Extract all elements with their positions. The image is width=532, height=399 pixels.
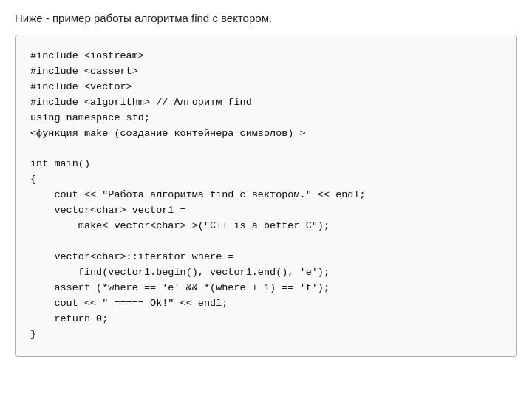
code-block: #include <iostream>#include <cassert>#in… [15, 35, 517, 357]
code-line: <функция make (создание контейнера симво… [30, 126, 502, 142]
code-line: make< vector<char> >("C++ is a better C"… [30, 219, 502, 234]
code-line: #include <vector> [30, 80, 502, 95]
code-line [30, 234, 502, 250]
code-line: int main() [30, 157, 502, 172]
code-line: vector<char>::iterator where = [30, 250, 502, 265]
code-line: } [30, 327, 502, 343]
code-line: find(vector1.begin(), vector1.end(), 'e'… [30, 265, 502, 281]
code-line: cout << " ===== Ok!" << endl; [30, 296, 502, 312]
code-line: #include <algorithm> // Алгоритм find [30, 95, 502, 111]
code-line: #include <iostream> [30, 49, 502, 64]
code-line: assert (*where == 'e' && *(where + 1) ==… [30, 281, 502, 296]
code-line [30, 142, 502, 157]
code-line: #include <cassert> [30, 64, 502, 80]
description-text: Ниже - пример работы алгоритма find с ве… [15, 12, 517, 24]
code-line: vector<char> vector1 = [30, 203, 502, 219]
code-line: return 0; [30, 312, 502, 327]
code-line: { [30, 172, 502, 188]
code-line: cout << "Работа алгоритма find с векторо… [30, 188, 502, 203]
code-line: using namespace std; [30, 111, 502, 126]
